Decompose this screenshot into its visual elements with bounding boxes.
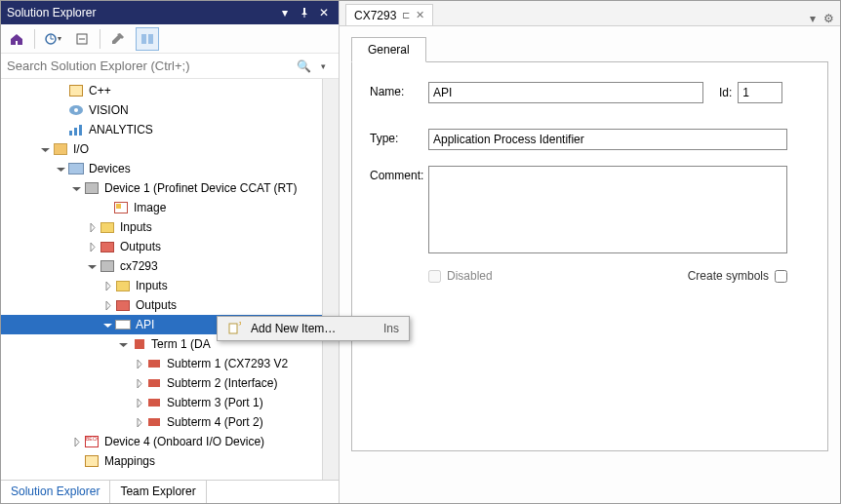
context-menu: ✶ Add New Item… Ins: [217, 316, 410, 341]
name-label: Name:: [370, 82, 428, 98]
show-all-button[interactable]: [136, 27, 159, 51]
svg-point-6: [74, 108, 78, 112]
document-tabs: CX7293 ⊏ ✕ ▾ ⚙: [340, 1, 840, 26]
tree-node-subterm1[interactable]: Subterm 1 (CX7293 V2: [1, 354, 322, 373]
tree-node-devices[interactable]: Devices: [1, 159, 322, 178]
mappings-icon: [83, 453, 100, 469]
tree-node-subterm4[interactable]: Subterm 4 (Port 2): [1, 412, 322, 432]
dropdown-icon[interactable]: ▾: [276, 4, 294, 21]
tree-node-outputs2[interactable]: Outputs: [1, 295, 322, 315]
scrollbar[interactable]: [322, 79, 339, 480]
tree-node-outputs1[interactable]: Outputs: [1, 237, 322, 256]
image-icon: [112, 200, 130, 215]
api-icon: [114, 317, 132, 332]
expand-icon[interactable]: [132, 399, 145, 407]
comment-field[interactable]: [428, 166, 787, 253]
doc-tab-cx7293[interactable]: CX7293 ⊏ ✕: [345, 4, 433, 25]
id-field[interactable]: [738, 82, 782, 103]
tree-node-inputs1[interactable]: Inputs: [1, 217, 322, 237]
folder-icon: [99, 219, 116, 235]
tree-node-cpp[interactable]: C++: [1, 81, 322, 100]
expand-icon[interactable]: [54, 165, 67, 174]
svg-rect-8: [74, 128, 77, 136]
folder-icon: [114, 297, 132, 313]
io-icon: [52, 141, 69, 157]
code-icon: [67, 83, 85, 98]
expand-icon[interactable]: [100, 282, 114, 291]
analytics-icon: [67, 122, 85, 137]
subterm-icon: [145, 414, 163, 430]
close-icon[interactable]: ✕: [416, 9, 424, 21]
panel-title: Solution Explorer: [7, 6, 96, 19]
expand-icon[interactable]: [85, 223, 99, 232]
tree-node-subterm2[interactable]: Subterm 2 (Interface): [1, 373, 322, 393]
expand-icon[interactable]: [85, 262, 99, 271]
refresh-button[interactable]: ▾: [41, 27, 64, 51]
expand-icon[interactable]: [132, 379, 145, 388]
pin-icon[interactable]: [296, 4, 313, 21]
comment-label: Comment:: [370, 166, 428, 182]
svg-rect-4: [148, 34, 153, 44]
expand-icon[interactable]: [132, 418, 145, 427]
tree-node-inputs2[interactable]: Inputs: [1, 276, 322, 295]
tree-node-device4[interactable]: BECKDevice 4 (Onboard I/O Device): [1, 432, 322, 451]
devices-icon: [67, 161, 85, 176]
type-field: [428, 129, 787, 150]
expand-icon[interactable]: [69, 438, 83, 446]
home-button[interactable]: [5, 27, 28, 51]
menu-add-new-item[interactable]: ✶ Add New Item… Ins: [218, 317, 409, 340]
tree-node-cx7293[interactable]: cx7293: [1, 256, 322, 276]
collapse-button[interactable]: [70, 27, 94, 51]
tree-node-image[interactable]: Image: [1, 198, 322, 217]
tab-team-explorer[interactable]: Team Explorer: [110, 481, 206, 503]
expand-icon[interactable]: [132, 360, 145, 368]
tab-solution-explorer[interactable]: Solution Explorer: [1, 481, 110, 503]
gear-icon[interactable]: ⚙: [823, 12, 834, 25]
doc-tab-label: CX7293: [354, 9, 396, 22]
tab-general[interactable]: General: [351, 37, 426, 62]
expand-icon[interactable]: [69, 184, 83, 193]
expand-icon[interactable]: [100, 321, 114, 330]
search-input[interactable]: [7, 58, 294, 73]
folder-icon: [99, 239, 116, 254]
tree-node-mappings[interactable]: Mappings: [1, 451, 322, 471]
dropdown-icon[interactable]: ▾: [810, 12, 816, 25]
solution-explorer-header: Solution Explorer ▾ ✕: [1, 1, 339, 24]
svg-rect-3: [141, 34, 146, 44]
svg-rect-9: [79, 125, 82, 136]
subterm-icon: [145, 395, 163, 410]
folder-icon: [114, 278, 132, 293]
disabled-checkbox[interactable]: Disabled: [428, 269, 493, 283]
menu-shortcut: Ins: [383, 322, 403, 335]
properties-button[interactable]: [106, 27, 130, 51]
id-label: Id:: [719, 86, 732, 99]
expand-icon[interactable]: [85, 243, 99, 252]
add-item-icon: ✶: [223, 322, 245, 335]
vision-icon: [67, 102, 85, 118]
tree: C++ VISION ANALYTICS I/O Devices Device …: [1, 79, 322, 473]
device-icon: [83, 180, 100, 196]
property-panel: Name: Id: Type: Comment: Disabled Create…: [351, 61, 828, 451]
bottom-tabs: Solution Explorer Team Explorer: [1, 480, 339, 503]
expand-icon[interactable]: [100, 301, 114, 310]
close-icon[interactable]: ✕: [315, 4, 333, 21]
tree-node-device1[interactable]: Device 1 (Profinet Device CCAT (RT): [1, 178, 322, 198]
term-icon: [130, 336, 147, 352]
menu-label: Add New Item…: [245, 322, 383, 335]
svg-rect-7: [69, 131, 72, 136]
search-icon[interactable]: 🔍: [294, 59, 313, 73]
search-dropdown-icon[interactable]: ▾: [313, 61, 333, 71]
tree-node-analytics[interactable]: ANALYTICS: [1, 120, 322, 139]
pin-icon[interactable]: ⊏: [402, 10, 410, 20]
expand-icon[interactable]: [38, 145, 52, 154]
name-field[interactable]: [428, 82, 703, 103]
subterm-icon: [145, 356, 163, 371]
create-symbols-checkbox[interactable]: Create symbols: [688, 269, 787, 283]
tree-node-vision[interactable]: VISION: [1, 100, 322, 120]
toolbar: ▾: [1, 24, 339, 54]
tree-node-subterm3[interactable]: Subterm 3 (Port 1): [1, 393, 322, 412]
tree-node-io[interactable]: I/O: [1, 139, 322, 159]
expand-icon[interactable]: [116, 340, 130, 349]
type-label: Type:: [370, 129, 428, 145]
svg-text:✶: ✶: [237, 322, 241, 330]
